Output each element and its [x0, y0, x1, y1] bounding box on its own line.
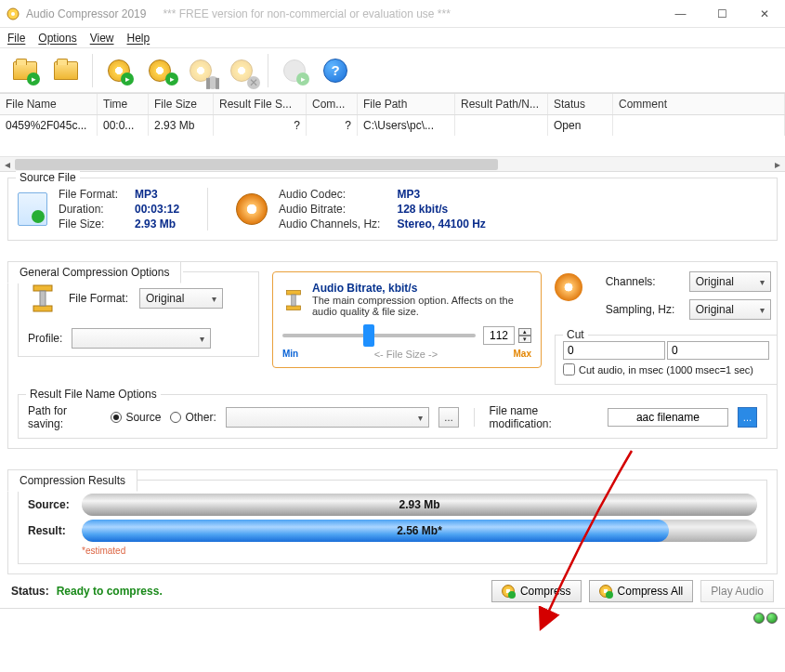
- svg-rect-2: [33, 285, 52, 291]
- result-size-bar: 2.56 Mb*: [82, 520, 757, 542]
- cut-audio-checkbox[interactable]: Cut audio, in msec (1000 msec=1 sec): [563, 363, 753, 376]
- play-audio-button: Play Audio: [700, 580, 774, 602]
- svg-rect-4: [40, 291, 46, 306]
- menubar: File Options View Help: [0, 28, 785, 48]
- cut-from-input[interactable]: [563, 341, 665, 360]
- col-file-name[interactable]: File Name: [0, 94, 98, 114]
- tab-compression-results[interactable]: Compression Results: [7, 469, 137, 492]
- close-button[interactable]: ✕: [743, 0, 785, 27]
- help-button[interactable]: ?: [318, 53, 353, 88]
- led-2: [766, 613, 778, 624]
- path-source-radio[interactable]: Source: [111, 411, 161, 424]
- col-compression[interactable]: Com...: [307, 94, 358, 114]
- titlebar: Audio Compressor 2019 *** FREE version f…: [0, 0, 785, 28]
- source-file-title: Source File: [16, 171, 80, 184]
- col-result-size[interactable]: Result File S...: [214, 94, 307, 114]
- menu-options[interactable]: Options: [38, 32, 76, 45]
- col-file-size[interactable]: File Size: [149, 94, 214, 114]
- bitrate-spinner[interactable]: ▴▾: [518, 328, 531, 343]
- file-format-select[interactable]: Original: [139, 288, 223, 309]
- pause-button: ❚❚: [183, 53, 218, 88]
- file-icon: [18, 192, 47, 226]
- speaker-icon: [555, 273, 582, 301]
- svg-rect-3: [33, 306, 52, 311]
- compress-all-button[interactable]: Compress All: [589, 580, 694, 602]
- bitrate-input[interactable]: [483, 326, 515, 345]
- gco-left-panel: General Compression Options File Format:…: [18, 271, 259, 357]
- compress-button[interactable]: Compress: [491, 580, 582, 602]
- clamp-icon: [282, 282, 305, 319]
- source-size-bar: 2.93 Mb: [82, 494, 757, 516]
- col-file-path[interactable]: File Path: [358, 94, 455, 114]
- minimize-button[interactable]: —: [660, 0, 701, 27]
- led-1: [753, 613, 765, 624]
- svg-rect-7: [292, 295, 295, 306]
- path-other-radio[interactable]: Other:: [170, 411, 216, 424]
- menu-file[interactable]: File: [7, 32, 25, 45]
- bitrate-slider[interactable]: [282, 323, 476, 349]
- app-icon: [6, 7, 20, 21]
- filename-mod-input[interactable]: [608, 408, 728, 427]
- gco-right-panel: Channels: Original Sampling, Hz: Origina…: [555, 271, 778, 385]
- grid-scrollbar[interactable]: ◂▸: [0, 156, 785, 171]
- status-text: Ready to compress.: [57, 585, 163, 598]
- col-result-path[interactable]: Result Path/N...: [455, 94, 548, 114]
- channels-select[interactable]: Original: [689, 271, 771, 292]
- bitrate-panel: Audio Bitrate, kbit/s The main compressi…: [272, 271, 542, 368]
- sampling-select[interactable]: Original: [689, 299, 771, 320]
- result-filename-panel: Result File Name Options Path for saving…: [18, 394, 767, 439]
- speaker-icon: [236, 193, 268, 225]
- app-subtitle: *** FREE version for non-commercial or e…: [163, 7, 450, 20]
- profile-select[interactable]: [72, 328, 211, 349]
- toolbar: ▸ ▸ ▸ ❚❚ ✕ ▸ ?: [0, 48, 785, 93]
- statusbar: [0, 608, 785, 626]
- svg-point-1: [11, 12, 15, 16]
- grid-header: File Name Time File Size Result File S..…: [0, 93, 785, 115]
- compress-all-button-toolbar[interactable]: ▸: [142, 53, 177, 88]
- filename-mod-button[interactable]: …: [738, 407, 757, 428]
- col-comment[interactable]: Comment: [613, 94, 785, 114]
- open-folder-button[interactable]: [48, 53, 84, 88]
- bottom-row: Status: Ready to compress. Compress Comp…: [0, 574, 785, 608]
- gco-body: General Compression Options File Format:…: [7, 261, 778, 449]
- menu-help[interactable]: Help: [127, 32, 150, 45]
- svg-rect-5: [286, 291, 300, 295]
- stop-button: ✕: [224, 53, 259, 88]
- svg-rect-6: [286, 306, 300, 310]
- menu-view[interactable]: View: [90, 32, 114, 45]
- file-size-panel: File Size Source: 2.93 Mb Result: 2.56 M…: [18, 480, 767, 564]
- col-time[interactable]: Time: [98, 94, 149, 114]
- play-button-toolbar: ▸: [277, 53, 312, 88]
- path-other-select[interactable]: [226, 407, 430, 428]
- file-grid: File Name Time File Size Result File S..…: [0, 93, 785, 172]
- source-file-panel: Source File File Format:MP3 Duration:00:…: [7, 178, 778, 241]
- browse-path-button[interactable]: …: [438, 407, 458, 428]
- tab-general-compression[interactable]: General Compression Options: [7, 261, 181, 283]
- compress-button-toolbar[interactable]: ▸: [101, 53, 137, 88]
- app-title: Audio Compressor 2019: [26, 7, 146, 20]
- maximize-button[interactable]: ☐: [701, 0, 743, 27]
- cut-panel: Cut Cut audio, in msec (1000 msec=1 sec): [555, 335, 778, 385]
- open-file-button[interactable]: ▸: [7, 53, 43, 88]
- table-row[interactable]: 0459%2F045c... 00:0... 2.93 Mb ? ? C:\Us…: [0, 115, 785, 136]
- clamp-icon: [28, 282, 58, 315]
- cut-to-input[interactable]: [667, 341, 769, 360]
- col-status[interactable]: Status: [548, 94, 613, 114]
